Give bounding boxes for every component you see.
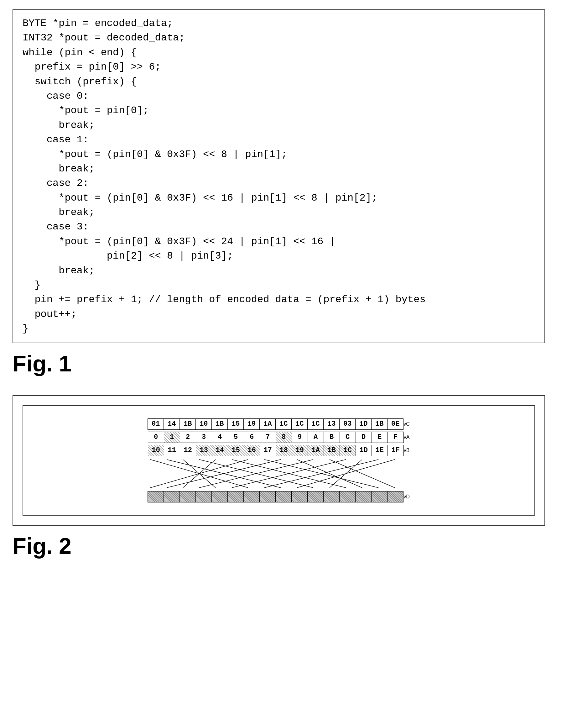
fig2-label: Fig. 2 (12, 533, 576, 559)
vd-cell-14 (371, 491, 388, 503)
cell-4: 14 (212, 445, 228, 456)
fig2-inner: 01141B101B15191A1C1C1C13031D1B0E vC 0123… (22, 405, 535, 516)
cell-6: 19 (243, 418, 260, 430)
cell-3: 3 (196, 431, 212, 443)
vd-cell-13 (355, 491, 372, 503)
cell-8: 1C (275, 418, 291, 430)
svg-line-15 (297, 460, 395, 488)
cell-8: 18 (276, 445, 292, 456)
vd-cell-9 (291, 491, 308, 503)
cell-15: 1F (388, 445, 404, 456)
cell-7: 17 (260, 445, 276, 456)
vd-cell-11 (323, 491, 340, 503)
cell-9: 19 (291, 445, 308, 456)
cell-4: 4 (212, 431, 228, 443)
cell-10: 1C (307, 418, 324, 430)
cross-svg (139, 458, 418, 489)
cell-2: 2 (180, 431, 196, 443)
vd-cell-15 (387, 491, 403, 503)
fig1-label: Fig. 1 (12, 351, 576, 376)
cell-9: 9 (291, 431, 308, 443)
cell-6: 6 (244, 431, 260, 443)
code-block: BYTE *pin = encoded_data; INT32 *pout = … (22, 16, 535, 336)
cell-5: 15 (228, 445, 244, 456)
cell-14: E (372, 431, 388, 443)
vc-row: 01141B101B15191A1C1C1C13031D1B0E vC (148, 418, 410, 430)
cell-0: 10 (148, 445, 164, 456)
cell-3: 13 (196, 445, 212, 456)
cell-7: 7 (260, 431, 276, 443)
cell-13: 1D (355, 445, 372, 456)
cell-2: 12 (180, 445, 196, 456)
diagram-area: 01141B101B15191A1C1C1C13031D1B0E vC 0123… (32, 412, 525, 509)
vd-cell-3 (195, 491, 212, 503)
vd-cell-5 (227, 491, 244, 503)
cell-0: 0 (148, 431, 164, 443)
vd-cells (148, 491, 403, 503)
cell-5: 15 (227, 418, 244, 430)
cell-14: 1E (372, 445, 388, 456)
vd-cell-0 (147, 491, 164, 503)
cell-15: F (388, 431, 404, 443)
cell-1: 14 (164, 418, 180, 430)
vd-cell-7 (259, 491, 276, 503)
cross-lines-section (139, 458, 418, 489)
vb-row: 101112131415161718191A1B1C1D1E1F vB (148, 445, 410, 456)
cell-12: 03 (339, 418, 355, 430)
cell-6: 16 (244, 445, 260, 456)
fig1-container: BYTE *pin = encoded_data; INT32 *pout = … (12, 9, 545, 343)
va-label: vA (404, 434, 410, 440)
cell-12: 1C (340, 445, 356, 456)
cell-0: 01 (147, 418, 164, 430)
cell-7: 1A (259, 418, 276, 430)
vd-label: vD (403, 494, 410, 500)
cell-15: 0E (387, 418, 403, 430)
vd-cell-1 (164, 491, 180, 503)
cell-12: C (340, 431, 356, 443)
cell-10: 1A (308, 445, 324, 456)
vc-cells: 01141B101B15191A1C1C1C13031D1B0E (148, 418, 403, 430)
cell-14: 1B (371, 418, 388, 430)
vc-label: vC (403, 421, 410, 427)
cell-1: 11 (164, 445, 180, 456)
va-cells: 0123456789ABCDEF (148, 431, 404, 443)
cell-13: 1D (355, 418, 372, 430)
cell-2: 1B (180, 418, 196, 430)
cell-11: B (324, 431, 340, 443)
vb-cells: 101112131415161718191A1B1C1D1E1F (148, 445, 404, 456)
cell-11: 13 (323, 418, 340, 430)
cell-11: 1B (324, 445, 340, 456)
cell-3: 10 (195, 418, 212, 430)
vd-row: vD (148, 491, 410, 503)
fig2-outer: 01141B101B15191A1C1C1C13031D1B0E vC 0123… (12, 395, 545, 526)
cell-5: 5 (228, 431, 244, 443)
cell-10: A (308, 431, 324, 443)
cell-1: 1 (164, 431, 180, 443)
vd-cell-2 (180, 491, 196, 503)
cell-8: 8 (276, 431, 292, 443)
vd-cell-8 (275, 491, 291, 503)
cell-9: 1C (291, 418, 308, 430)
vd-cell-4 (211, 491, 228, 503)
vd-cell-10 (307, 491, 324, 503)
vd-cell-12 (339, 491, 355, 503)
vb-label: vB (404, 448, 410, 453)
va-row: 0123456789ABCDEF vA (148, 431, 410, 443)
cell-13: D (355, 431, 372, 443)
cell-4: 1B (211, 418, 228, 430)
vd-cell-6 (243, 491, 260, 503)
